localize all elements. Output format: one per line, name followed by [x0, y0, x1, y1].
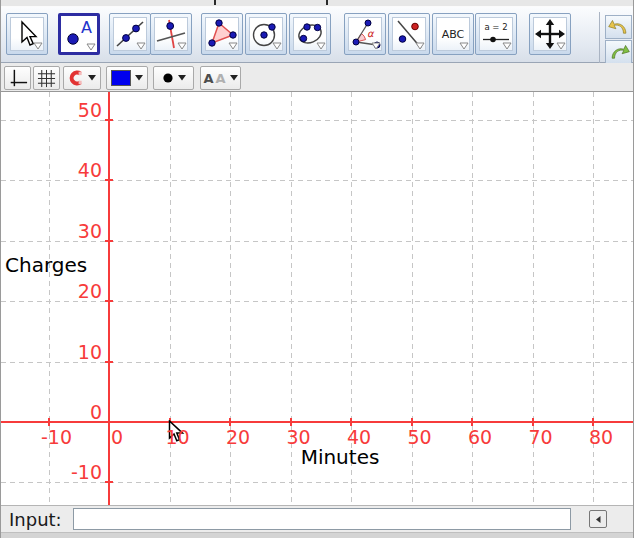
undo-button[interactable] [605, 15, 632, 39]
magnet-icon [68, 70, 84, 86]
chevron-down-icon [88, 75, 96, 81]
tool-dropdown-icon[interactable] [502, 42, 512, 50]
tool-perpendicular-line-button[interactable] [150, 13, 192, 55]
chevron-down-icon [135, 75, 143, 81]
tool-dropdown-icon[interactable] [459, 42, 469, 50]
tool-dropdown-icon[interactable] [177, 42, 187, 50]
tool-move-button[interactable] [6, 13, 48, 55]
x-tick-label: 40 [337, 426, 381, 448]
grid-icon [37, 69, 56, 88]
tool-dropdown-icon[interactable] [556, 42, 566, 50]
redo-arrow-icon [608, 43, 630, 61]
geogebra-window: A [0, 0, 634, 538]
chevron-down-icon [230, 75, 238, 81]
menu-strip [1, 0, 634, 7]
x-tick-label: 30 [277, 426, 321, 448]
toolbar: A [1, 7, 634, 63]
tool-ellipse-button[interactable] [289, 13, 331, 55]
collapse-left-triangle-icon [594, 515, 603, 524]
tool-dropdown-icon[interactable] [228, 42, 238, 50]
font-size-button[interactable]: AA [200, 66, 241, 90]
svg-text:ABC: ABC [442, 28, 465, 41]
redo-button[interactable] [605, 40, 632, 64]
input-field[interactable] [73, 508, 571, 530]
y-tick-label: 40 [44, 161, 102, 180]
input-bar: Input: [1, 505, 634, 532]
font-size-icon: A [203, 71, 213, 86]
menu-text-remnant [214, 0, 216, 5]
tool-dropdown-icon[interactable] [272, 42, 282, 50]
tool-dropdown-icon[interactable] [136, 42, 146, 50]
tool-dropdown-icon[interactable] [86, 43, 96, 51]
tool-polygon-button[interactable] [201, 13, 243, 55]
style-bar: AA [1, 63, 634, 92]
tool-dropdown-icon[interactable] [415, 42, 425, 50]
menu-text-remnant [326, 0, 328, 5]
tool-angle-button[interactable]: α [344, 13, 386, 55]
y-tick-label: 0 [44, 403, 102, 422]
x-tick-label: 10 [156, 426, 200, 448]
svg-text:a = 2: a = 2 [484, 22, 507, 32]
object-color-button[interactable] [106, 66, 148, 90]
tool-slider-button[interactable]: a = 2 [475, 13, 517, 55]
window-bottom-edge [1, 532, 634, 538]
tool-dropdown-icon[interactable] [316, 42, 326, 50]
x-tick-label: -10 [35, 426, 79, 448]
svg-text:A: A [81, 18, 92, 37]
tool-dropdown-icon[interactable] [33, 42, 43, 50]
point-style-icon [162, 72, 174, 84]
tool-line-button[interactable] [109, 13, 151, 55]
y-tick-label: 30 [44, 222, 102, 241]
x-tick-label: 20 [216, 426, 260, 448]
chevron-down-icon [178, 75, 186, 81]
tool-point-button[interactable]: A [58, 13, 100, 55]
x-tick-label: 70 [519, 426, 563, 448]
color-swatch [111, 70, 131, 86]
graphics-view[interactable]: Charges Minutes -1001020304050607080-100… [1, 92, 634, 505]
y-tick-label: 50 [44, 101, 102, 120]
point-capturing-button[interactable] [63, 66, 101, 90]
axes-icon [8, 68, 28, 88]
input-help-toggle-button[interactable] [589, 510, 607, 528]
tool-dropdown-icon[interactable] [371, 42, 381, 50]
x-tick-label: 80 [579, 426, 623, 448]
x-tick-label: 0 [95, 426, 139, 448]
tool-reflect-button[interactable] [388, 13, 430, 55]
y-tick-label: -10 [44, 463, 102, 482]
tool-text-button[interactable]: ABC [432, 13, 474, 55]
x-tick-label: 60 [458, 426, 502, 448]
y-axis-title: Charges [5, 253, 87, 277]
point-style-button[interactable] [153, 66, 194, 90]
tool-circle-button[interactable] [245, 13, 287, 55]
tool-move-graphics-view-button[interactable] [529, 13, 571, 55]
toolbar-separator [599, 12, 600, 63]
x-axis-title: Minutes [280, 445, 400, 469]
axes-toggle-button[interactable] [4, 66, 31, 90]
svg-text:α: α [367, 28, 375, 39]
x-tick-label: 50 [398, 426, 442, 448]
input-label: Input: [9, 509, 62, 530]
grid-toggle-button[interactable] [33, 66, 60, 90]
undo-arrow-icon [608, 18, 630, 36]
y-tick-label: 20 [44, 282, 102, 301]
y-tick-label: 10 [44, 343, 102, 362]
